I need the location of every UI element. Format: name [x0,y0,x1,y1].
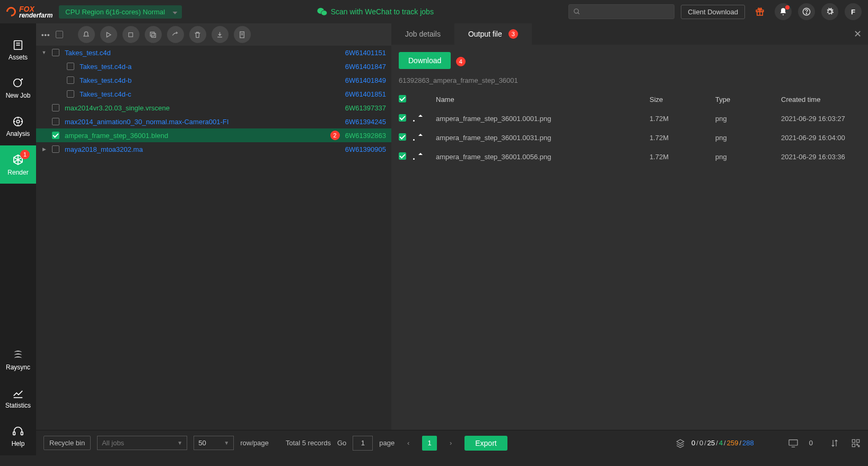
job-row[interactable]: max2014vr3.20.03_single.vrscene6W6139733… [36,101,391,115]
file-checkbox[interactable] [399,114,406,122]
current-page[interactable]: 1 [422,436,437,451]
transfer-icon[interactable] [830,438,839,448]
job-checkbox[interactable] [52,104,59,111]
job-checkbox[interactable] [52,145,59,153]
layers-icon[interactable] [676,438,685,448]
wechat-label: Scan with WeChat to track jobs [331,7,434,16]
export-button[interactable]: Export [464,436,507,451]
next-page-button[interactable]: › [443,436,458,451]
stop-button[interactable] [122,26,139,43]
file-row[interactable]: ampera_frame_step_36001.0056.png1.72Mpng… [399,147,861,166]
rows-label: row/page [240,439,268,447]
help-icon[interactable] [798,3,815,20]
expand-icon[interactable]: ▶ [41,146,47,152]
svg-rect-21 [21,432,23,435]
tab-output-file[interactable]: Output file3 [454,23,532,45]
file-type: png [715,134,774,142]
sidebar-item-statistics[interactable]: Statistics [0,379,36,417]
job-id: 6W61394245 [345,118,386,126]
job-name: ampera_frame_step_36001.blend [65,132,322,140]
rows-per-page-select[interactable]: 50▼ [194,436,234,450]
delete-button[interactable] [189,26,206,43]
sidebar-item-analysis[interactable]: Analysis [0,107,36,145]
avatar[interactable]: F [845,3,862,20]
share-button[interactable] [167,26,184,43]
client-download-button[interactable]: Client Download [681,5,745,19]
job-id: 6W61392863 [345,132,386,140]
select-all-checkbox[interactable] [56,31,63,38]
sidebar-item-help[interactable]: Help [0,417,36,455]
job-row[interactable]: Takes_test.c4d-a6W61401847 [36,59,391,73]
job-row[interactable]: ▼Takes_test.c4d6W61401151 [36,46,391,59]
col-type[interactable]: Type [715,96,774,103]
qr-icon[interactable] [851,438,861,448]
file-size: 1.72M [650,115,708,123]
sidebar-item-raysync[interactable]: Raysync [0,341,36,379]
job-badge: 2 [330,131,340,140]
file-created: 2021-06-29 16:03:36 [781,153,861,161]
svg-point-12 [14,79,22,87]
more-icon[interactable]: ••• [41,31,50,39]
output-badge: 3 [508,29,518,39]
job-checkbox[interactable] [67,90,74,98]
svg-rect-36 [858,445,860,446]
page-input[interactable]: 1 [353,436,373,451]
expand-icon[interactable]: ▼ [41,50,47,55]
job-checkbox[interactable] [52,49,59,56]
download-selected-button[interactable]: Download [399,52,451,69]
job-id: 6W61401849 [345,76,386,84]
recycle-bin-button[interactable]: Recycle bin [43,436,91,450]
notify-button[interactable] [78,26,95,43]
bell-icon[interactable] [775,3,792,20]
job-row[interactable]: Takes_test.c4d-c6W61401851 [36,87,391,101]
render-stats: 0/ 0/ 25/ 4/ 259/ 288 [691,439,754,447]
job-row[interactable]: max2014_animation0_30_normal.max-Camera0… [36,115,391,128]
tab-job-details[interactable]: Job details [391,23,454,45]
file-checkbox[interactable] [399,152,406,160]
job-name: Takes_test.c4d-a [80,63,340,71]
job-name: Takes_test.c4d [65,49,340,57]
col-created[interactable]: Created time [781,96,861,103]
job-checkbox[interactable] [52,132,59,139]
wechat-link[interactable]: Scan with WeChat to track jobs [317,7,434,16]
raysync-icon [12,349,24,361]
search-input[interactable] [568,4,674,19]
logo[interactable]: FOXrenderfarm [6,5,52,19]
detail-panel: Job details Output file3 ✕ Download 4 61… [391,23,868,430]
job-row[interactable]: ▶maya2018_mtoa3202.ma6W61390905 [36,142,391,156]
job-toolbar: ••• [36,23,391,46]
select-all-files-checkbox[interactable] [399,95,406,102]
file-checkbox[interactable] [399,133,406,141]
download-button[interactable] [212,26,229,43]
job-name: max2014vr3.20.03_single.vrscene [65,104,340,112]
job-checkbox[interactable] [67,76,74,84]
gear-icon[interactable] [821,3,838,20]
monitor-icon[interactable] [788,439,799,447]
job-checkbox[interactable] [52,118,59,125]
svg-rect-30 [789,439,797,445]
job-row[interactable]: ampera_frame_step_36001.blend26W61392863 [36,128,391,142]
file-row[interactable]: ampera_frame_step_36001.0001.png1.72Mpng… [399,109,861,128]
headset-icon [12,426,24,437]
job-row[interactable]: Takes_test.c4d-b6W61401849 [36,73,391,87]
svg-rect-24 [152,33,156,38]
close-panel-button[interactable]: ✕ [847,23,868,45]
file-row[interactable]: ampera_frame_step_36001.0031.png1.72Mpng… [399,128,861,147]
col-size[interactable]: Size [650,96,708,103]
sidebar-item-assets[interactable]: Assets [0,31,36,69]
prev-page-button[interactable]: ‹ [401,436,416,451]
job-checkbox[interactable] [67,63,74,70]
copy-button[interactable] [145,26,162,43]
document-button[interactable] [234,26,251,43]
sidebar-item-newjob[interactable]: New Job [0,69,36,107]
job-filter-select[interactable]: All jobs▼ [97,436,187,450]
gift-icon[interactable] [751,3,768,20]
job-name: max2014_animation0_30_normal.max-Camera0… [65,118,340,126]
svg-marker-29 [677,439,684,444]
wechat-icon [317,7,328,16]
col-name[interactable]: Name [436,96,642,103]
play-button[interactable] [100,26,117,43]
region-selector[interactable]: CPU Region 6(16-cores) Normal [59,5,182,19]
job-list-panel: ••• ▼Takes_test.c4d6W61401151Takes_test.… [36,23,391,430]
sidebar-item-render[interactable]: 1Render [0,145,36,184]
